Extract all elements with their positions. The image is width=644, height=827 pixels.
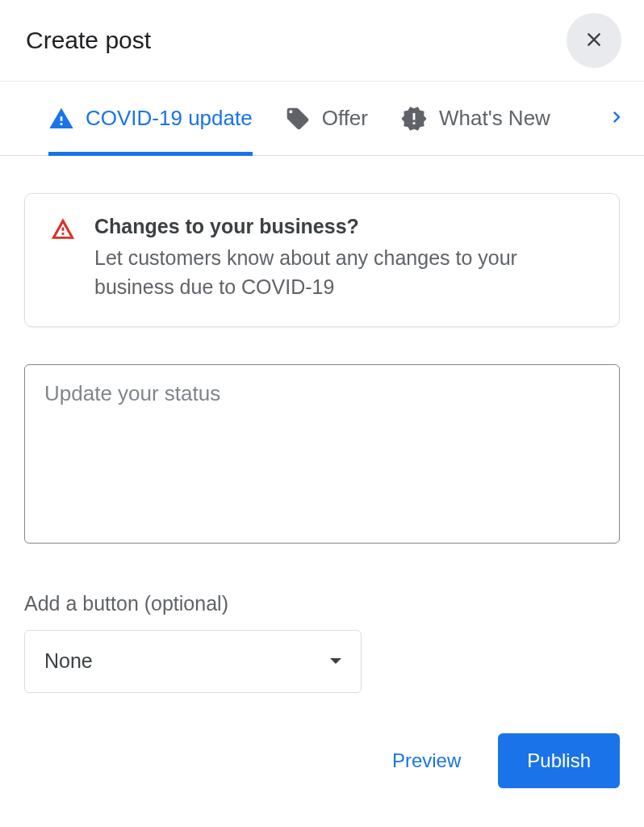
tabs-scroll-right[interactable]	[605, 106, 628, 132]
warning-triangle-icon	[48, 106, 74, 132]
chevron-right-icon	[605, 106, 628, 132]
info-text: Changes to your business? Let customers …	[94, 215, 595, 302]
tab-label: COVID-19 update	[86, 106, 253, 131]
select-value: None	[44, 649, 93, 673]
status-textarea[interactable]	[24, 364, 620, 544]
tab-covid-update[interactable]: COVID-19 update	[48, 82, 285, 155]
post-type-tabs: COVID-19 update Offer What's New	[0, 82, 644, 156]
new-badge-icon	[400, 105, 428, 132]
alert-triangle-icon	[49, 215, 77, 302]
add-button-section: Add a button (optional) None	[24, 592, 620, 693]
close-button[interactable]	[567, 13, 621, 68]
caret-down-icon	[330, 658, 341, 664]
content-area: Changes to your business? Let customers …	[0, 156, 644, 693]
tab-offer[interactable]: Offer	[285, 82, 400, 155]
info-title: Changes to your business?	[94, 215, 595, 238]
publish-button[interactable]: Publish	[498, 733, 620, 788]
tab-label: What's New	[439, 106, 550, 131]
tab-label: Offer	[322, 106, 368, 131]
dialog-title: Create post	[26, 27, 151, 54]
tag-icon	[285, 106, 311, 132]
dialog-footer: Preview Publish	[0, 733, 644, 812]
close-icon	[583, 28, 605, 53]
tab-whats-new[interactable]: What's New	[400, 82, 583, 155]
add-button-label: Add a button (optional)	[24, 592, 620, 615]
dialog-header: Create post	[0, 0, 644, 82]
info-description: Let customers know about any changes to …	[94, 243, 595, 302]
button-type-select[interactable]: None	[24, 630, 362, 693]
preview-button[interactable]: Preview	[384, 738, 469, 783]
info-card: Changes to your business? Let customers …	[24, 193, 620, 327]
